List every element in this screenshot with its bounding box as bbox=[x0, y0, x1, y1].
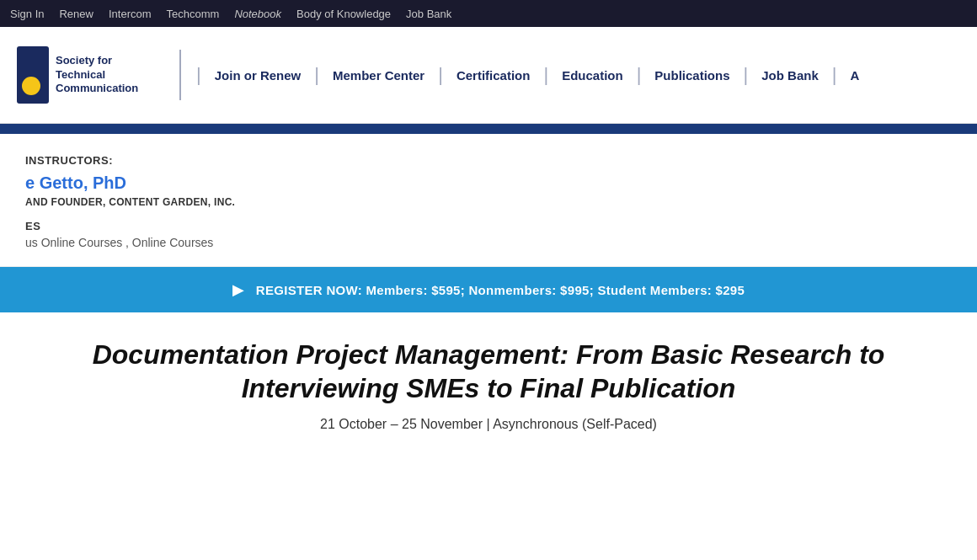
top-nav-notebook[interactable]: Notebook bbox=[234, 8, 281, 20]
nav-certification[interactable]: Certification bbox=[443, 27, 544, 124]
top-nav-techcomm[interactable]: Techcomm bbox=[167, 8, 220, 20]
top-nav-bar: Sign In Renew Intercom Techcomm Notebook… bbox=[0, 0, 977, 27]
cursor-icon: ▶ bbox=[232, 280, 244, 299]
register-banner[interactable]: ▶ REGISTER NOW: Members: $595; Nonmember… bbox=[0, 267, 977, 312]
org-name: Society for Technical Communication bbox=[56, 54, 138, 97]
course-title: Documentation Project Management: From B… bbox=[25, 338, 952, 405]
nav-pipe-2: | bbox=[438, 66, 443, 84]
author-title: AND FOUNDER, CONTENT GARDEN, INC. bbox=[25, 196, 952, 208]
instructors-label: INSTRUCTORS: bbox=[25, 154, 952, 167]
nav-more[interactable]: A bbox=[837, 27, 873, 124]
nav-member-center[interactable]: Member Center bbox=[319, 27, 438, 124]
header-divider bbox=[179, 50, 181, 100]
nav-education[interactable]: Education bbox=[548, 27, 637, 124]
courses-value: us Online Courses , Online Courses bbox=[25, 236, 952, 249]
content-area: INSTRUCTORS: e Getto, PhD AND FOUNDER, C… bbox=[0, 134, 977, 267]
top-nav-body-of-knowledge[interactable]: Body of Knowledge bbox=[296, 8, 391, 20]
nav-pipe-4: | bbox=[637, 66, 642, 84]
register-text: REGISTER NOW: Members: $595; Nonmembers:… bbox=[256, 283, 745, 297]
main-header: Society for Technical Communication | Jo… bbox=[0, 27, 977, 124]
course-title-section: Documentation Project Management: From B… bbox=[0, 312, 977, 447]
nav-pipe-1: | bbox=[314, 66, 319, 84]
stc-logo-icon bbox=[17, 46, 49, 104]
author-name[interactable]: e Getto, PhD bbox=[25, 173, 952, 193]
courses-label: ES bbox=[25, 220, 952, 232]
blue-separator bbox=[0, 124, 977, 134]
nav-pipe-5: | bbox=[744, 66, 749, 84]
top-nav-sign-in[interactable]: Sign In bbox=[10, 8, 44, 20]
logo-area: Society for Technical Communication bbox=[17, 46, 164, 104]
nav-join-or-renew[interactable]: Join or Renew bbox=[201, 27, 315, 124]
nav-pipe-6: | bbox=[832, 66, 837, 84]
nav-pipe-0: | bbox=[196, 66, 201, 84]
course-dates: 21 October – 25 November | Asynchronous … bbox=[25, 417, 952, 432]
top-nav-renew[interactable]: Renew bbox=[59, 8, 93, 20]
nav-job-bank[interactable]: Job Bank bbox=[748, 27, 832, 124]
nav-pipe-3: | bbox=[543, 66, 548, 84]
main-nav: | Join or Renew | Member Center | Certif… bbox=[196, 27, 960, 124]
nav-publications[interactable]: Publications bbox=[641, 27, 743, 124]
top-nav-job-bank[interactable]: Job Bank bbox=[406, 8, 451, 20]
top-nav-intercom[interactable]: Intercom bbox=[109, 8, 152, 20]
